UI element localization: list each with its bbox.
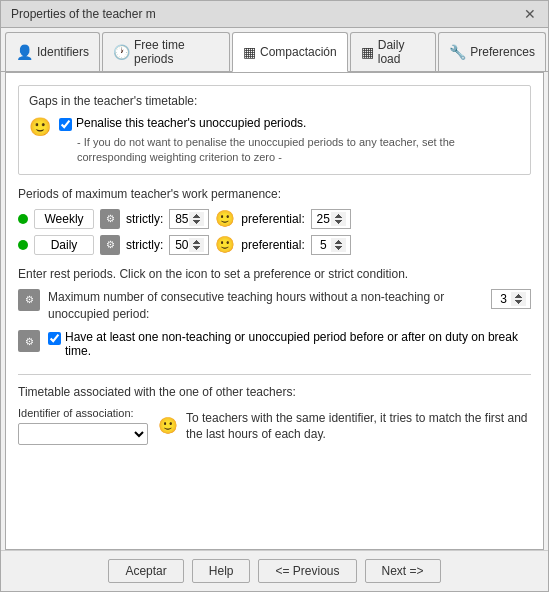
tab-identifiers-label: Identifiers (37, 45, 89, 59)
weekly-dot (18, 214, 28, 224)
free-time-icon: 🕐 (113, 44, 130, 60)
assoc-desc: 🙂 To teachers with the same identifier, … (158, 410, 531, 444)
tab-daily-load[interactable]: ▦ Daily load (350, 32, 437, 71)
permanence-section: Periods of maximum teacher's work perman… (18, 187, 531, 255)
assoc-left: Identifier of association: (18, 407, 148, 445)
daily-load-icon: ▦ (361, 44, 374, 60)
weekly-strictly-input[interactable] (169, 209, 209, 229)
rest-max-spinbox (491, 289, 531, 309)
assoc-desc-text: To teachers with the same identifier, it… (186, 410, 531, 444)
rest-break-checkbox[interactable] (48, 332, 61, 345)
rest-max-row: ⚙ Maximum number of consecutive teaching… (18, 289, 531, 323)
daily-label: Daily (34, 235, 94, 255)
dialog: Properties of the teacher m ✕ 👤 Identifi… (0, 0, 549, 592)
rest-max-input[interactable] (491, 289, 531, 309)
rest-max-label: Maximum number of consecutive teaching h… (48, 289, 483, 323)
gaps-section: Gaps in the teacher's timetable: 🙂 Penal… (18, 85, 531, 175)
daily-pref-symbol: ⚙ (106, 239, 115, 250)
assoc-id-label: Identifier of association: (18, 407, 148, 419)
weekly-strictly-label: strictly: (126, 212, 163, 226)
close-button[interactable]: ✕ (522, 7, 538, 21)
rest-max-icon[interactable]: ⚙ (18, 289, 40, 311)
penalise-label: Penalise this teacher's unoccupied perio… (76, 116, 306, 130)
penalise-row: Penalise this teacher's unoccupied perio… (59, 116, 520, 131)
dialog-title: Properties of the teacher m (11, 7, 156, 21)
tab-compaction[interactable]: ▦ Compactación (232, 32, 348, 72)
weekly-preferential-label: preferential: (241, 212, 304, 226)
weekly-pref-symbol: ⚙ (106, 213, 115, 224)
assoc-inner: Identifier of association: 🙂 To teachers… (18, 407, 531, 445)
permanence-section-label: Periods of maximum teacher's work perman… (18, 187, 531, 201)
association-section: Timetable associated with the one of oth… (18, 374, 531, 445)
identifiers-icon: 👤 (16, 44, 33, 60)
tab-compaction-label: Compactación (260, 45, 337, 59)
rest-max-symbol: ⚙ (25, 294, 34, 305)
daily-preferential-label: preferential: (241, 238, 304, 252)
tab-daily-load-label: Daily load (378, 38, 426, 66)
daily-strictly-spinbox (169, 235, 209, 255)
rest-section-label: Enter rest periods. Click on the icon to… (18, 267, 531, 281)
tab-free-time-label: Free time periods (134, 38, 219, 66)
gap-header: 🙂 Penalise this teacher's unoccupied per… (29, 116, 520, 166)
weekly-smiley-icon: 🙂 (215, 209, 235, 228)
assoc-smiley-icon: 🙂 (158, 415, 178, 437)
rest-break-label: Have at least one non-teaching or unoccu… (65, 330, 531, 358)
assoc-select[interactable] (18, 423, 148, 445)
previous-button[interactable]: <= Previous (258, 559, 356, 583)
compaction-icon: ▦ (243, 44, 256, 60)
penalise-checkbox[interactable] (59, 118, 72, 131)
weekly-label: Weekly (34, 209, 94, 229)
weekly-preferential-input[interactable] (311, 209, 351, 229)
weekly-pref-icon[interactable]: ⚙ (100, 209, 120, 229)
daily-pref-icon[interactable]: ⚙ (100, 235, 120, 255)
help-button[interactable]: Help (192, 559, 251, 583)
daily-dot (18, 240, 28, 250)
rest-section: Enter rest periods. Click on the icon to… (18, 267, 531, 363)
daily-strictly-input[interactable] (169, 235, 209, 255)
weekly-preferential-spinbox (311, 209, 351, 229)
title-bar: Properties of the teacher m ✕ (1, 1, 548, 28)
gaps-section-label: Gaps in the teacher's timetable: (29, 94, 520, 108)
tab-bar: 👤 Identifiers 🕐 Free time periods ▦ Comp… (1, 28, 548, 72)
main-content: Gaps in the teacher's timetable: 🙂 Penal… (5, 72, 544, 550)
aceptar-button[interactable]: Aceptar (108, 559, 183, 583)
rest-break-icon[interactable]: ⚙ (18, 330, 40, 352)
daily-strictly-label: strictly: (126, 238, 163, 252)
daily-preferential-input[interactable] (311, 235, 351, 255)
footer: Aceptar Help <= Previous Next => (1, 550, 548, 591)
rest-break-row: ⚙ Have at least one non-teaching or unoc… (18, 330, 531, 362)
tab-identifiers[interactable]: 👤 Identifiers (5, 32, 100, 71)
gap-content: Penalise this teacher's unoccupied perio… (59, 116, 520, 166)
permanence-daily-row: Daily ⚙ strictly: 🙂 preferential: (18, 235, 531, 255)
tab-free-time[interactable]: 🕐 Free time periods (102, 32, 230, 71)
preferences-icon: 🔧 (449, 44, 466, 60)
gaps-note: - If you do not want to penalise the uno… (77, 135, 520, 166)
assoc-section-label: Timetable associated with the one of oth… (18, 385, 531, 399)
smiley-icon-gaps: 🙂 (29, 116, 51, 138)
rest-break-checkbox-row: Have at least one non-teaching or unoccu… (48, 330, 531, 358)
tab-preferences[interactable]: 🔧 Preferences (438, 32, 546, 71)
rest-break-symbol: ⚙ (25, 336, 34, 347)
next-button[interactable]: Next => (365, 559, 441, 583)
daily-preferential-spinbox (311, 235, 351, 255)
tab-preferences-label: Preferences (470, 45, 535, 59)
weekly-strictly-spinbox (169, 209, 209, 229)
permanence-weekly-row: Weekly ⚙ strictly: 🙂 preferential: (18, 209, 531, 229)
daily-smiley-icon: 🙂 (215, 235, 235, 254)
